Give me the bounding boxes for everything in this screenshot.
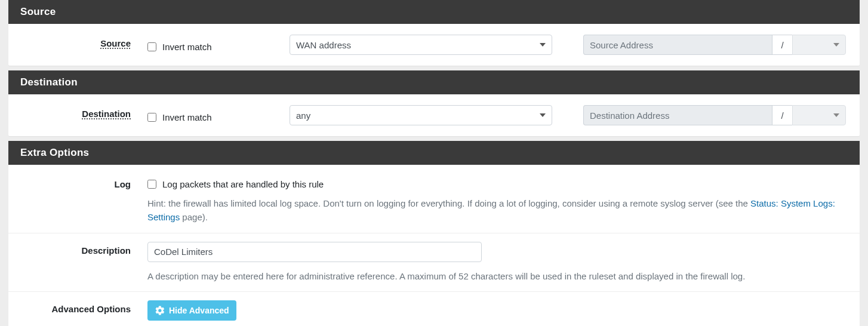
description-label: Description <box>19 242 147 256</box>
destination-heading: Destination <box>8 70 860 94</box>
source-label: Source <box>19 35 147 48</box>
source-row: Source Invert match WAN address / <box>8 30 860 60</box>
advanced-options-label: Advanced Options <box>19 300 147 314</box>
log-hint: Hint: the firewall has limited local log… <box>147 193 849 224</box>
extra-options-panel: Extra Options Log Log packets that are h… <box>8 141 860 326</box>
source-invert-checkbox[interactable] <box>147 42 156 51</box>
destination-address-group: / <box>583 105 846 125</box>
hide-advanced-label: Hide Advanced <box>169 306 229 315</box>
destination-invert-label: Invert match <box>162 112 212 122</box>
destination-invert-checkbox[interactable] <box>147 113 156 122</box>
source-invert-wrap[interactable]: Invert match <box>147 38 285 52</box>
description-row: Description A description may be entered… <box>8 233 860 288</box>
destination-panel: Destination Destination Invert match any… <box>8 70 860 136</box>
destination-address-input[interactable] <box>583 105 772 125</box>
destination-invert-wrap[interactable]: Invert match <box>147 109 285 122</box>
destination-row: Destination Invert match any / <box>8 100 860 130</box>
destination-label: Destination <box>19 105 147 119</box>
source-type-select[interactable]: WAN address <box>290 35 552 55</box>
source-mask-select[interactable] <box>792 35 846 55</box>
log-row: Log Log packets that are handled by this… <box>8 171 860 229</box>
log-checkbox-wrap[interactable]: Log packets that are handled by this rul… <box>147 176 849 189</box>
hide-advanced-button[interactable]: Hide Advanced <box>147 300 236 321</box>
log-checkbox-label: Log packets that are handled by this rul… <box>162 179 324 189</box>
source-invert-label: Invert match <box>162 42 212 52</box>
description-hint: A description may be entered here for ad… <box>147 266 849 283</box>
source-heading: Source <box>8 0 860 24</box>
log-checkbox[interactable] <box>147 180 156 189</box>
source-slash: / <box>772 35 792 55</box>
advanced-options-row: Advanced Options Hide Advanced <box>8 291 860 325</box>
log-label: Log <box>19 176 147 189</box>
destination-slash: / <box>772 105 792 125</box>
destination-mask-select[interactable] <box>792 105 846 125</box>
source-address-group: / <box>583 35 846 55</box>
source-address-input[interactable] <box>583 35 772 55</box>
extra-options-heading: Extra Options <box>8 141 860 165</box>
description-input[interactable] <box>147 242 482 262</box>
destination-type-select[interactable]: any <box>290 105 552 125</box>
source-panel: Source Source Invert match WAN address / <box>8 0 860 66</box>
gear-icon <box>155 305 165 316</box>
